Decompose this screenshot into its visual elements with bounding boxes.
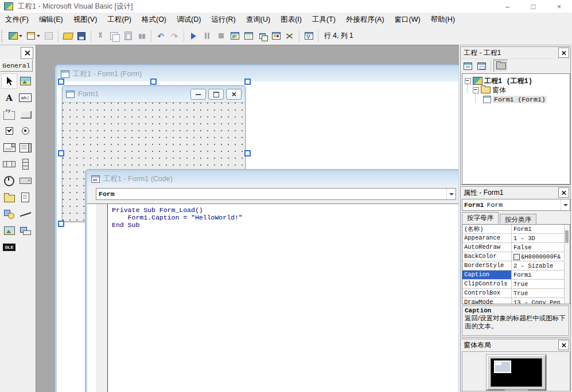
form-maximize-button[interactable] <box>208 89 224 100</box>
menu-edit[interactable]: 编辑(E) <box>34 13 68 27</box>
selection-handle-top-middle[interactable] <box>150 79 157 85</box>
undo-button[interactable]: ↶ <box>154 29 168 42</box>
tool-filelistbox[interactable] <box>18 190 33 205</box>
add-form-button[interactable] <box>24 29 38 42</box>
menu-project[interactable]: 工程(P) <box>102 13 137 27</box>
property-value[interactable]: Form1 <box>512 225 570 233</box>
tool-timer[interactable] <box>2 174 17 188</box>
tool-picturebox[interactable] <box>18 74 33 88</box>
property-row[interactable]: (名称)Form1 <box>462 225 570 234</box>
selection-handle-bottom-left[interactable] <box>58 221 64 227</box>
project-explorer-titlebar[interactable]: 工程 - 工程1 <box>461 47 570 58</box>
properties-titlebar[interactable]: 属性 - Form1 <box>461 187 570 198</box>
form-designer-titlebar[interactable]: 工程1 - Form1 (Form) <box>57 66 458 81</box>
data-view-button[interactable] <box>302 29 316 42</box>
tool-data[interactable] <box>18 224 33 238</box>
collapse-icon[interactable] <box>473 87 479 93</box>
combobox-dropdown-button[interactable] <box>561 199 570 210</box>
tool-checkbox[interactable] <box>2 124 17 138</box>
break-button[interactable] <box>200 29 214 42</box>
code-window[interactable]: 工程1 - Form1 (Code) Form Private Sub Form… <box>85 170 460 392</box>
property-value[interactable]: 13 - Copy Pen <box>512 298 570 304</box>
tool-combobox[interactable] <box>2 140 17 155</box>
tool-commandbutton[interactable] <box>18 107 33 121</box>
menu-help[interactable]: 帮助(H) <box>426 13 460 27</box>
tool-vscrollbar[interactable] <box>18 157 33 171</box>
object-browser-button[interactable] <box>269 29 283 42</box>
open-project-button[interactable] <box>61 29 75 42</box>
selection-handle-top-right[interactable] <box>244 79 251 85</box>
property-row[interactable]: Appearance1 - 3D <box>462 234 570 243</box>
object-combobox[interactable]: Form <box>96 188 456 200</box>
menu-tools[interactable]: 工具(T) <box>307 13 341 27</box>
properties-window-button[interactable] <box>242 29 255 42</box>
menu-debug[interactable]: 调试(D) <box>172 13 206 27</box>
add-project-button[interactable] <box>6 29 20 42</box>
properties-scrollbar[interactable] <box>564 225 570 304</box>
form-minimize-button[interactable] <box>190 89 206 100</box>
view-code-button[interactable] <box>461 60 474 72</box>
menu-addins[interactable]: 外接程序(A) <box>341 13 390 27</box>
save-button[interactable] <box>75 29 88 42</box>
tool-line[interactable] <box>18 207 33 221</box>
property-row-selected[interactable]: CaptionForm1 <box>462 271 570 280</box>
properties-close-button[interactable] <box>558 187 569 198</box>
redo-button[interactable]: ↷ <box>168 29 181 42</box>
code-window-titlebar[interactable]: 工程1 - Form1 (Code) <box>87 171 458 186</box>
property-row[interactable]: ControlBoxTrue <box>462 289 570 298</box>
tool-drivelistbox[interactable] <box>18 174 33 188</box>
design-form-titlebar[interactable]: Form1 <box>63 86 245 102</box>
property-value[interactable]: Form1 <box>512 271 570 279</box>
form-layout-titlebar[interactable]: 窗体布局 <box>461 339 570 351</box>
tool-pointer[interactable] <box>1 73 17 89</box>
menu-window[interactable]: 窗口(W) <box>390 13 426 27</box>
code-text[interactable]: Private Sub Form_Load() Form1.Caption = … <box>112 206 243 229</box>
form-position-thumbnail[interactable] <box>494 360 511 373</box>
project-explorer-button[interactable] <box>228 29 242 42</box>
tool-label[interactable]: A <box>2 91 17 105</box>
property-value[interactable]: True <box>512 289 570 297</box>
minimize-button[interactable]: – <box>495 0 520 13</box>
tool-optionbutton[interactable] <box>18 124 33 138</box>
property-row[interactable]: BorderStyle2 - Sizable <box>462 261 570 271</box>
property-value[interactable]: &H8000000F& <box>512 252 570 261</box>
scrollbar-thumb[interactable] <box>565 230 569 243</box>
code-editor[interactable]: Private Sub Form_Load() Form1.Caption = … <box>87 203 458 392</box>
object-selector-combobox[interactable]: Form1 Form <box>462 199 570 211</box>
tool-hscrollbar[interactable] <box>2 157 17 171</box>
tool-textbox[interactable]: ab| <box>18 91 33 105</box>
toolbox-general-tab[interactable]: General <box>0 60 33 72</box>
view-object-button[interactable] <box>474 60 488 72</box>
property-value[interactable]: False <box>512 243 570 252</box>
form-layout-close-button[interactable] <box>558 340 569 350</box>
tool-dirlistbox[interactable] <box>2 190 17 205</box>
tab-categorized[interactable]: 按分类序 <box>500 214 536 224</box>
toolbar-grip[interactable] <box>1 30 5 42</box>
menu-file[interactable]: 文件(F) <box>0 13 34 27</box>
menu-editor-button[interactable] <box>42 29 56 42</box>
find-button[interactable] <box>135 29 149 42</box>
tree-item-form1[interactable]: Form1 (Form1) <box>462 95 570 104</box>
maximize-button[interactable]: □ <box>520 0 546 13</box>
property-row[interactable]: ClipControlsTrue <box>462 280 570 289</box>
property-row[interactable]: DrawMode13 - Copy Pen <box>462 298 570 304</box>
start-button[interactable] <box>186 29 200 42</box>
tool-image[interactable] <box>2 224 17 238</box>
selection-handle-middle-right[interactable] <box>244 150 251 156</box>
toolbox-close-button[interactable] <box>21 47 33 59</box>
tool-ole[interactable]: OLE <box>2 240 17 254</box>
paste-button[interactable] <box>121 29 135 42</box>
menu-view[interactable]: 视图(V) <box>68 13 103 27</box>
project-explorer-close-button[interactable] <box>558 48 569 58</box>
tree-item-project[interactable]: 工程1 (工程1) <box>462 76 570 85</box>
menu-diagram[interactable]: 图表(I) <box>275 13 307 27</box>
menu-query[interactable]: 查询(U) <box>241 13 275 27</box>
selection-handle-top-left[interactable] <box>58 79 64 85</box>
tool-listbox[interactable] <box>18 140 33 155</box>
collapse-icon[interactable] <box>465 78 471 84</box>
tree-item-forms-folder[interactable]: 窗体 <box>462 85 570 95</box>
selection-handle-middle-left[interactable] <box>58 150 64 156</box>
property-value[interactable]: 1 - 3D <box>512 234 570 242</box>
toolbox-button[interactable] <box>283 29 297 42</box>
property-row[interactable]: AutoRedrawFalse <box>462 243 570 252</box>
